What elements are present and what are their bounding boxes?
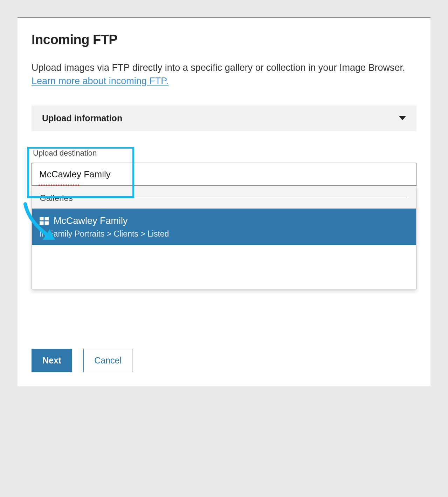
destination-dropdown: Galleries McCawley Family In Fami bbox=[32, 186, 416, 289]
gallery-grid-icon bbox=[40, 217, 49, 225]
svg-rect-19 bbox=[40, 222, 44, 225]
svg-rect-17 bbox=[40, 217, 44, 220]
upload-destination-input[interactable] bbox=[32, 163, 416, 186]
dropdown-item-path: In Family Portraits > Clients > Listed bbox=[40, 229, 408, 239]
next-button[interactable]: Next bbox=[32, 349, 72, 372]
upload-destination-field: Upload destination bbox=[32, 149, 416, 186]
chevron-down-icon bbox=[399, 116, 406, 120]
button-row: Next Cancel bbox=[32, 349, 132, 372]
dropdown-item-title: McCawley Family bbox=[54, 216, 128, 226]
svg-rect-18 bbox=[45, 217, 49, 220]
intro-text: Upload images via FTP directly into a sp… bbox=[32, 61, 416, 88]
learn-more-link[interactable]: Learn more about incoming FTP. bbox=[32, 76, 168, 86]
divider bbox=[80, 198, 408, 198]
dropdown-section-header: Galleries bbox=[32, 186, 416, 209]
upload-information-accordion[interactable]: Upload information bbox=[32, 105, 416, 131]
dropdown-empty-area bbox=[32, 245, 416, 289]
field-label: Upload destination bbox=[32, 149, 416, 158]
page-title: Incoming FTP bbox=[32, 32, 416, 47]
cancel-button[interactable]: Cancel bbox=[83, 349, 132, 372]
accordion-label: Upload information bbox=[42, 113, 122, 123]
svg-rect-20 bbox=[45, 222, 49, 225]
incoming-ftp-panel: Incoming FTP Upload images via FTP direc… bbox=[18, 18, 430, 386]
intro-plain: Upload images via FTP directly into a sp… bbox=[32, 62, 405, 73]
dropdown-section-label: Galleries bbox=[40, 193, 73, 203]
dropdown-item-mccawley-family[interactable]: McCawley Family In Family Portraits > Cl… bbox=[32, 209, 416, 245]
